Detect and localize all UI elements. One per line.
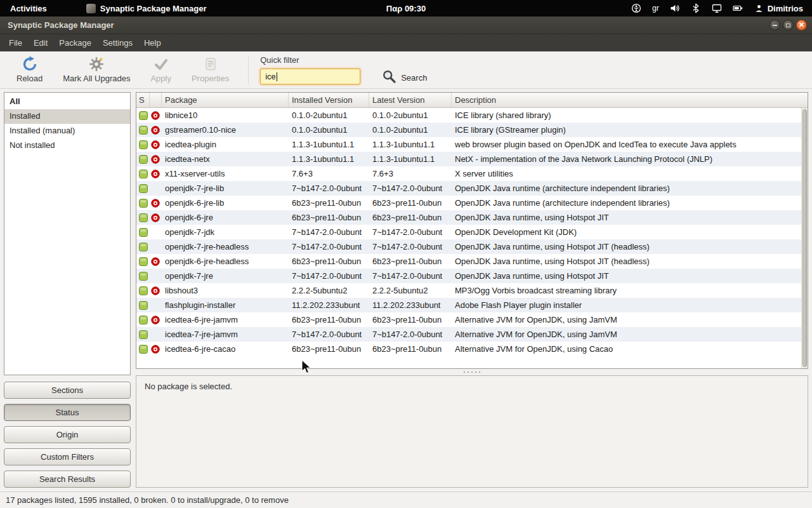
table-row[interactable]: openjdk-6-jre6b23~pre11-0ubun6b23~pre11-… [136, 210, 808, 225]
package-name: libshout3 [162, 283, 289, 298]
activities-button[interactable]: Activities [0, 0, 57, 17]
table-row[interactable]: icedtea-netx1.1.3-1ubuntu1.11.1.3-1ubunt… [136, 152, 808, 166]
splitter-grip-icon [462, 371, 481, 373]
main-area: AllInstalledInstalled (manual)Not instal… [0, 89, 812, 491]
menu-item-settings[interactable]: Settings [97, 35, 138, 51]
latest-version: 11.2.202.233ubunt [369, 298, 452, 312]
table-row[interactable]: libshout32.2.2-5ubuntu22.2.2-5ubuntu2MP3… [136, 283, 808, 298]
table-row[interactable]: openjdk-7-jdk7~b147-2.0-0ubunt7~b147-2.0… [136, 225, 808, 239]
table-row[interactable]: libnice100.1.0-2ubuntu10.1.0-2ubuntu1ICE… [136, 108, 808, 123]
username-label: Dimitrios [768, 4, 803, 13]
column-header-description[interactable]: Description [452, 93, 808, 107]
filter-item-not-installed[interactable]: Not installed [4, 138, 130, 153]
menu-item-edit[interactable]: Edit [28, 35, 53, 51]
package-description: X server utilities [452, 166, 808, 181]
installed-status-icon [139, 316, 148, 324]
apply-check-icon [153, 55, 169, 72]
table-row[interactable]: openjdk-6-jre-lib6b23~pre11-0ubun6b23~pr… [136, 196, 808, 210]
filter-item-all[interactable]: All [4, 95, 130, 109]
installed-version: 1.1.3-1ubuntu1.1 [289, 137, 369, 152]
mark-all-upgrades-button[interactable]: Mark All Upgrades [55, 54, 138, 84]
volume-icon[interactable] [670, 3, 680, 13]
maximize-button[interactable] [783, 20, 794, 30]
vertical-scrollbar[interactable] [801, 108, 808, 368]
supported-icon [151, 170, 160, 178]
supported-icon [151, 155, 160, 164]
installed-version: 7.6+3 [289, 166, 369, 181]
column-header-installed-version[interactable]: Installed Version [289, 93, 369, 107]
bluetooth-icon[interactable] [691, 3, 701, 13]
table-row[interactable]: openjdk-7-jre-headless7~b147-2.0-0ubunt7… [136, 239, 808, 254]
filter-item-installed-manual[interactable]: Installed (manual) [4, 124, 130, 138]
status-filter-list: AllInstalledInstalled (manual)Not instal… [4, 92, 131, 375]
column-header-s[interactable]: S [136, 93, 150, 107]
view-button-search-results[interactable]: Search Results [4, 471, 131, 488]
view-button-status[interactable]: Status [4, 404, 131, 421]
package-name: flashplugin-installer [162, 298, 289, 312]
installed-version: 11.2.202.233ubunt [289, 298, 369, 312]
table-row[interactable]: openjdk-7-jre7~b147-2.0-0ubunt7~b147-2.0… [136, 269, 808, 283]
menu-item-package[interactable]: Package [53, 35, 97, 51]
focused-app-menu[interactable]: Synaptic Package Manager [86, 4, 207, 13]
installed-version: 7~b147-2.0-0ubunt [289, 239, 369, 254]
latest-version: 6b23~pre11-0ubun [369, 254, 452, 269]
accessibility-icon[interactable] [631, 3, 641, 13]
table-row[interactable]: icedtea-6-jre-cacao6b23~pre11-0ubun6b23~… [136, 342, 808, 356]
table-row[interactable]: icedtea-6-jre-jamvm6b23~pre11-0ubun6b23~… [136, 312, 808, 327]
installed-version: 2.2.2-5ubuntu2 [289, 283, 369, 298]
apply-button[interactable]: Apply [143, 54, 179, 84]
search-button[interactable]: Search [377, 68, 432, 87]
menu-item-file[interactable]: File [3, 35, 28, 51]
table-row[interactable]: x11-xserver-utils7.6+37.6+3X server util… [136, 166, 808, 181]
installed-status-icon [139, 140, 148, 149]
installed-status-icon [139, 272, 148, 281]
column-header-package[interactable]: Package [162, 93, 289, 107]
menu-item-help[interactable]: Help [138, 35, 167, 51]
latest-version: 7.6+3 [369, 166, 452, 181]
status-bar-text: 17 packages listed, 1595 installed, 0 br… [6, 495, 289, 505]
table-row[interactable]: icedtea-plugin1.1.3-1ubuntu1.11.1.3-1ubu… [136, 137, 808, 152]
table-row[interactable]: openjdk-7-jre-lib7~b147-2.0-0ubunt7~b147… [136, 181, 808, 196]
clock[interactable]: Παρ 09:30 [386, 4, 426, 13]
view-button-custom-filters[interactable]: Custom Filters [4, 448, 131, 465]
package-name: openjdk-7-jre-lib [162, 181, 289, 196]
package-name: libnice10 [162, 108, 289, 123]
installed-version: 6b23~pre11-0ubun [289, 312, 369, 327]
battery-icon[interactable] [733, 3, 743, 13]
table-row[interactable]: icedtea-7-jre-jamvm7~b147-2.0-0ubunt7~b1… [136, 327, 808, 342]
window-titlebar[interactable]: Synaptic Package Manager ✕ [0, 17, 812, 34]
status-bar: 17 packages listed, 1595 installed, 0 br… [0, 491, 812, 508]
display-icon[interactable] [712, 3, 722, 13]
installed-version: 7~b147-2.0-0ubunt [289, 181, 369, 196]
package-description: Alternative JVM for OpenJDK, using JamVM [452, 327, 808, 342]
column-header-supported[interactable] [150, 93, 162, 107]
properties-button[interactable]: Properties [184, 54, 237, 84]
package-description: OpenJDK Java runtime, using Hotspot JIT [452, 269, 808, 283]
filter-item-installed[interactable]: Installed [4, 109, 130, 124]
view-button-sections[interactable]: Sections [4, 382, 131, 399]
supported-icon [151, 345, 160, 354]
scrollbar-thumb[interactable] [802, 109, 807, 367]
pane-splitter[interactable] [136, 369, 808, 375]
supported-icon [151, 126, 160, 135]
package-description: ICE library (shared library) [452, 108, 808, 123]
reload-button[interactable]: Reload [9, 54, 50, 84]
table-row[interactable]: flashplugin-installer11.2.202.233ubunt11… [136, 298, 808, 312]
minimize-button[interactable] [769, 20, 780, 30]
table-row[interactable]: gstreamer0.10-nice0.1.0-2ubuntu10.1.0-2u… [136, 123, 808, 137]
quick-filter-input[interactable]: ice [260, 69, 360, 84]
table-row[interactable]: openjdk-6-jre-headless6b23~pre11-0ubun6b… [136, 254, 808, 269]
close-button[interactable]: ✕ [796, 20, 807, 30]
latest-version: 7~b147-2.0-0ubunt [369, 239, 452, 254]
column-header-latest-version[interactable]: Latest Version [369, 93, 452, 107]
package-name: gstreamer0.10-nice [162, 123, 289, 137]
maximize-icon [786, 23, 790, 27]
latest-version: 6b23~pre11-0ubun [369, 342, 452, 356]
installed-status-icon [139, 286, 148, 295]
package-name: openjdk-7-jre [162, 269, 289, 283]
package-description: web browser plugin based on OpenJDK and … [452, 137, 808, 152]
view-button-origin[interactable]: Origin [4, 426, 131, 443]
user-menu[interactable]: Dimitrios [754, 4, 803, 13]
keyboard-layout-indicator[interactable]: gr [652, 4, 659, 13]
text-caret [277, 72, 277, 81]
